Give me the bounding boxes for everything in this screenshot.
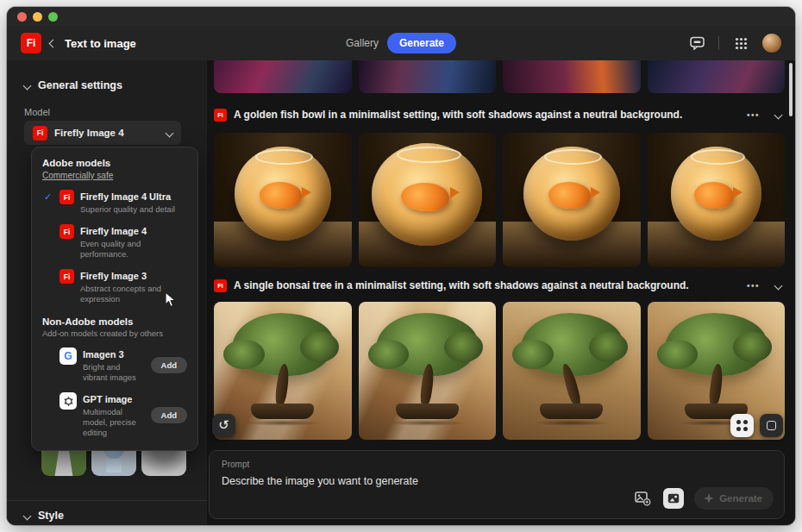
model-option-name: Firefly Image 4 [80,224,187,238]
model-select-dropdown[interactable]: Fi Firefly Image 4 [24,121,181,145]
general-settings-label: General settings [38,79,122,91]
close-window-button[interactable] [17,12,27,22]
model-option-desc: Superior quality and detail [80,204,175,215]
image-grid-fishbowl [214,133,785,267]
model-option-imagen-3[interactable]: G Imagen 3 Bright and vibrant images Add [42,347,187,383]
model-option-name: Firefly Image 3 [80,269,187,283]
add-imagen3-button[interactable]: Add [151,357,187,373]
generated-image[interactable] [503,60,641,93]
more-options-icon[interactable]: ••• [747,110,760,120]
prompt-input[interactable]: Describe the image you want to generate [222,475,772,487]
model-label: Model [24,107,50,117]
user-avatar[interactable] [762,34,781,53]
sparkle-icon [704,493,714,504]
back-icon[interactable] [49,39,58,47]
firefly-model-badge: Fi [214,279,227,292]
selected-check-icon: ✓ [42,190,53,215]
check-placeholder [42,392,53,438]
firefly-model-icon: Fi [60,224,74,239]
generated-image[interactable] [503,133,641,267]
model-option-name: Firefly Image 4 Ultra [80,190,175,203]
grid-view-icon [736,420,748,431]
prompt-label: Prompt [222,460,772,469]
model-option-desc: Multimodal model, precise editing [83,407,145,438]
check-placeholder [42,224,53,260]
page-title: Text to image [65,37,136,50]
non-adobe-models-subheader: Add-on models created by others [42,329,187,338]
model-option-desc: Even quality and performance. [80,239,187,260]
minimize-window-button[interactable] [33,12,42,22]
firefly-model-badge: Fi [214,109,227,122]
prompt-text: A single bonsai tree in a minimalist set… [234,279,740,291]
generated-image[interactable] [648,60,786,93]
openai-icon [60,392,77,410]
scrollbar[interactable] [789,63,793,116]
generated-image[interactable] [214,60,352,93]
macos-titlebar [7,7,795,26]
collapse-chevron-icon[interactable] [774,281,783,290]
model-option-firefly-image-4[interactable]: Fi Firefly Image 4 Even quality and perf… [42,224,187,260]
check-placeholder [42,347,53,383]
history-icon: ↺ [218,417,229,432]
mouse-cursor [164,291,177,309]
generated-image[interactable] [214,133,352,267]
more-options-icon[interactable]: ••• [747,281,760,291]
tab-gallery[interactable]: Gallery [346,37,379,49]
prompt-row-bonsai: Fi A single bonsai tree in a minimalist … [214,276,785,295]
apps-grid-icon[interactable] [730,33,751,53]
zoom-window-button[interactable] [48,12,58,22]
check-placeholder [42,269,53,304]
add-gpt-image-button[interactable]: Add [151,407,187,423]
firefly-model-icon: Fi [60,190,74,204]
model-option-name: GPT image [83,392,145,406]
model-option-desc: Bright and vibrant images [83,362,145,383]
single-view-icon [767,421,776,430]
chevron-down-icon [23,511,32,520]
history-button[interactable]: ↺ [212,414,235,437]
general-settings-section-header[interactable]: General settings [24,79,122,91]
generated-image[interactable] [359,60,497,93]
app-header: Fi Text to image Gallery Generate [7,26,795,60]
tab-generate[interactable]: Generate [387,33,456,53]
model-option-firefly-image-4-ultra[interactable]: ✓ Fi Firefly Image 4 Ultra Superior qual… [42,190,187,215]
prompt-text: A golden fish bowl in a minimalist setti… [234,109,740,121]
generate-button-label: Generate [719,493,762,504]
style-section-header[interactable]: Style [7,500,207,525]
app-window: Fi Text to image Gallery Generate [7,7,795,525]
generated-image[interactable] [648,133,786,267]
firefly-model-icon: Fi [60,269,74,284]
generated-image[interactable] [359,302,497,440]
prompt-panel: Prompt Describe the image you want to ge… [209,450,785,519]
prompt-row-fishbowl: Fi A golden fish bowl in a minimalist se… [214,105,785,124]
google-icon: G [60,347,77,365]
firefly-logo[interactable]: Fi [21,33,41,53]
generated-image[interactable] [359,133,497,267]
settings-sidebar: General settings Model Fi Firefly Image … [7,60,207,525]
feedback-icon[interactable] [686,33,707,53]
chevron-down-icon [23,81,32,90]
generate-button[interactable]: Generate [694,487,774,510]
grid-view-button[interactable] [730,414,754,437]
adobe-models-header: Adobe models [42,158,187,168]
model-option-name: Imagen 3 [83,347,145,361]
previous-generation-strip [214,60,785,93]
style-label: Style [38,510,64,522]
collapse-chevron-icon[interactable] [774,110,783,119]
firefly-model-icon: Fi [33,126,47,141]
non-adobe-models-header: Non-Adobe models [42,316,187,327]
single-view-button[interactable] [760,414,783,437]
commercially-safe-link[interactable]: Commercially safe [42,171,187,180]
reference-image-button[interactable] [632,488,653,509]
upload-image-button[interactable] [663,488,684,509]
chevron-down-icon [166,128,174,137]
header-divider [718,36,719,50]
image-grid-bonsai [214,302,785,440]
model-option-gpt-image[interactable]: GPT image Multimodal model, precise edit… [42,392,187,438]
generation-feed: Fi A golden fish bowl in a minimalist se… [207,60,795,525]
generated-image[interactable] [503,302,641,440]
model-select-value: Firefly Image 4 [54,128,160,138]
